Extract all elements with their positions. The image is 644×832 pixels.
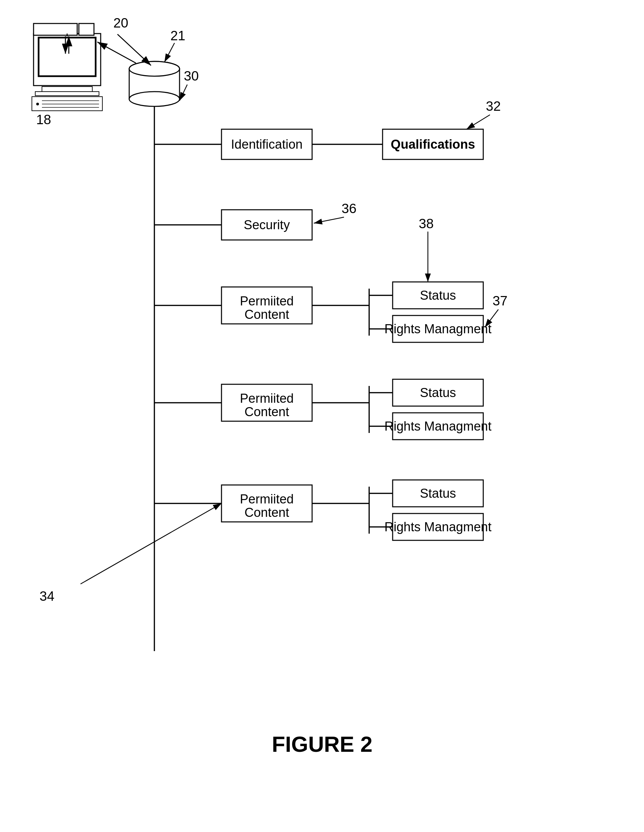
svg-line-33 [314,217,344,223]
permitted-content-3-line2: Content [244,506,289,520]
diagram-container: 18 21 20 30 [13,13,631,786]
svg-line-22 [117,34,151,66]
label-34: 34 [40,589,55,603]
label-32: 32 [486,99,501,114]
qualifications-label: Qualifications [391,137,475,151]
label-38: 38 [419,216,434,231]
svg-line-23 [97,42,136,63]
svg-line-31 [467,115,490,129]
figure-caption: FIGURE 2 [272,732,372,757]
permitted-content-1-line2: Content [244,307,289,322]
svg-rect-20 [79,24,94,35]
svg-point-10 [36,103,39,106]
label-21: 21 [171,28,185,43]
rights-3-label: Rights Managment [385,520,492,534]
svg-rect-19 [34,24,77,35]
rights-1-label: Rights Managment [385,322,492,336]
svg-line-21 [179,85,187,101]
label-30: 30 [184,69,199,83]
status-3-label: Status [420,486,456,501]
security-label: Security [244,218,289,232]
label-20: 20 [113,16,128,30]
svg-line-40 [485,309,499,327]
svg-line-18 [165,43,174,62]
rights-2-label: Rights Managment [385,419,492,433]
status-1-label: Status [420,288,456,302]
permitted-content-1-line1: Permiited [240,294,294,308]
permitted-content-2-line2: Content [244,405,289,419]
label-36: 36 [342,201,357,216]
svg-point-16 [129,92,179,106]
svg-rect-4 [42,86,92,92]
permitted-content-2-line1: Permiited [240,391,294,405]
svg-line-51 [80,504,222,584]
svg-point-17 [129,61,179,76]
svg-rect-5 [35,92,99,96]
label-18: 18 [36,112,51,127]
label-37: 37 [493,293,508,308]
svg-rect-9 [32,97,102,111]
status-2-label: Status [420,386,456,400]
permitted-content-3-line1: Permiited [240,492,294,506]
identification-label: Identification [231,137,302,151]
svg-rect-3 [38,38,96,76]
